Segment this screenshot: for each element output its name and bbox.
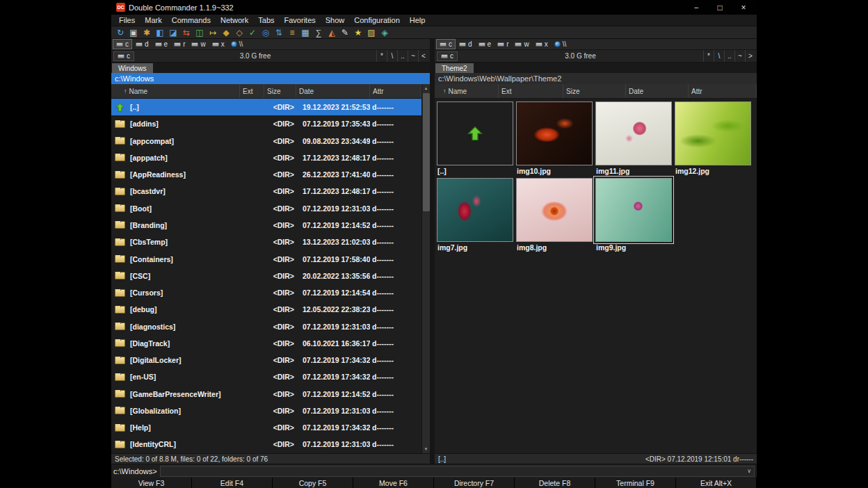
file-row[interactable]: [CSC]<DIR>20.02.2022 13:35:56d------- <box>111 268 421 284</box>
tab-theme2[interactable]: Theme2 <box>435 63 474 73</box>
left-drive-c[interactable]: c <box>113 39 132 49</box>
menu-item-tabs[interactable]: Tabs <box>253 16 279 24</box>
file-row[interactable]: [Branding]<DIR>07.12.2019 12:14:52d-----… <box>111 217 421 234</box>
thumbnail-img11-jpg[interactable]: img11.jpg <box>595 101 674 177</box>
right-root-button[interactable]: \ <box>714 50 724 62</box>
pack-icon[interactable]: ◆ <box>220 27 232 38</box>
multi-rename-icon[interactable]: ≡ <box>287 27 298 38</box>
file-row[interactable]: [CbsTemp]<DIR>13.12.2023 21:02:03d------… <box>111 234 421 250</box>
left-drive-w[interactable]: w <box>188 39 208 49</box>
vertical-panels-icon[interactable]: ◧ <box>154 27 166 38</box>
delete-f8-button[interactable]: Delete F8 <box>515 478 595 488</box>
thumbnail-img10-jpg[interactable]: img10.jpg <box>515 101 595 177</box>
file-row[interactable]: [en-US]<DIR>07.12.2019 17:34:32d------- <box>111 368 421 385</box>
right-parent-dir-button[interactable]: .. <box>724 50 734 62</box>
test-archive-icon[interactable]: ✓ <box>247 27 258 38</box>
right-path-bar[interactable]: c:\Windows\Web\Wallpaper\Theme2 <box>435 73 757 84</box>
find-files-icon[interactable]: ★ <box>353 27 364 38</box>
left-parent-dir-button[interactable]: .. <box>397 50 408 62</box>
options-icon[interactable]: ✱ <box>141 27 152 38</box>
menu-item-mark[interactable]: Mark <box>140 16 166 24</box>
compare-icon[interactable]: ◭ <box>326 27 337 38</box>
close-button[interactable]: × <box>732 0 755 15</box>
menu-item-favorites[interactable]: Favorites <box>280 16 321 24</box>
move-icon[interactable]: ↦ <box>207 27 218 38</box>
new-folder-icon[interactable]: ▨ <box>366 27 377 38</box>
thumbnail-img12-jpg[interactable]: img12.jpg <box>674 101 753 177</box>
edit-icon[interactable]: ✎ <box>339 27 351 38</box>
file-row[interactable]: [apppatch]<DIR>17.12.2023 12:48:17d-----… <box>111 149 421 166</box>
terminal-f9-button[interactable]: Terminal F9 <box>595 478 676 488</box>
right-drive-r[interactable]: r <box>495 39 511 49</box>
left-drive-x[interactable]: x <box>209 39 227 49</box>
file-row[interactable]: [..]<DIR>19.12.2023 21:52:53d------- <box>111 99 421 115</box>
left-drive-combo[interactable]: c <box>113 51 134 61</box>
right-drive-network[interactable]: \\ <box>552 39 570 49</box>
swap-panels-icon[interactable]: ⇆ <box>181 27 192 38</box>
menu-item-show[interactable]: Show <box>321 16 350 24</box>
left-column-header-date[interactable]: Date <box>296 84 370 98</box>
checksum-icon[interactable]: ∑ <box>313 27 324 38</box>
file-row[interactable]: [addins]<DIR>07.12.2019 17:35:43d------- <box>111 115 421 132</box>
terminal-icon[interactable]: ▣ <box>128 27 139 38</box>
menu-item-configuration[interactable]: Configuration <box>349 16 404 24</box>
left-drive-e[interactable]: e <box>152 39 171 49</box>
move-f6-button[interactable]: Move F6 <box>353 478 434 488</box>
left-column-header-ext[interactable]: Ext <box>240 84 264 98</box>
right-column-header-date[interactable]: Date <box>626 84 689 98</box>
right-column-header-attr[interactable]: Attr <box>689 84 757 98</box>
file-row[interactable]: [IdentityCRL]<DIR>07.12.2019 12:31:03d--… <box>111 436 421 453</box>
pane-splitter[interactable] <box>430 39 435 464</box>
file-row[interactable]: [GameBarPresenceWriter]<DIR>07.12.2019 1… <box>111 386 421 402</box>
maximize-button[interactable]: □ <box>708 0 732 15</box>
left-history-back-button[interactable]: < <box>418 50 428 62</box>
file-row[interactable]: [Containers]<DIR>07.12.2019 17:58:40d---… <box>111 250 421 267</box>
directory-f7-button[interactable]: Directory F7 <box>434 478 515 488</box>
sync-dirs-icon[interactable]: ⇅ <box>273 27 284 38</box>
file-row[interactable]: [bcastdvr]<DIR>17.12.2023 12:48:17d-----… <box>111 183 421 200</box>
left-star-button[interactable]: * <box>376 50 387 62</box>
search-icon[interactable]: ◎ <box>260 27 271 38</box>
left-root-button[interactable]: \ <box>387 50 397 62</box>
scroll-up-icon[interactable]: ▲ <box>422 84 430 92</box>
left-drive-r[interactable]: r <box>171 39 188 49</box>
left-home-button[interactable]: ~ <box>408 50 418 62</box>
edit-f4-button[interactable]: Edit F4 <box>192 478 273 488</box>
right-drive-c[interactable]: c <box>436 39 456 49</box>
right-drive-w[interactable]: w <box>512 39 531 49</box>
left-drive-network[interactable]: \\ <box>228 39 246 49</box>
right-drive-d[interactable]: d <box>456 39 475 49</box>
menu-item-commands[interactable]: Commands <box>167 16 216 24</box>
unpack-icon[interactable]: ◇ <box>234 27 245 38</box>
thumbnail-img7-jpg[interactable]: img7.jpg <box>436 177 515 254</box>
copy-icon[interactable]: ◫ <box>194 27 205 38</box>
file-row[interactable]: [DigitalLocker]<DIR>07.12.2019 17:34:32d… <box>111 352 421 368</box>
left-drive-d[interactable]: d <box>133 39 152 49</box>
right-column-header-size[interactable]: Size <box>563 84 626 98</box>
minimize-button[interactable]: − <box>684 0 708 15</box>
file-row[interactable]: [appcompat]<DIR>09.08.2023 23:34:49d----… <box>111 133 421 149</box>
file-row[interactable]: [diagnostics]<DIR>07.12.2019 12:31:03d--… <box>111 318 421 334</box>
tab-windows[interactable]: Windows <box>112 63 153 73</box>
file-row[interactable]: [Boot]<DIR>07.12.2019 12:31:03d------- <box>111 200 421 217</box>
menu-item-files[interactable]: Files <box>114 16 140 24</box>
exit-alt-x-button[interactable]: Exit Alt+X <box>676 478 757 488</box>
left-column-header-attr[interactable]: Attr <box>370 84 421 98</box>
file-row[interactable]: [Help]<DIR>07.12.2019 17:34:32d------- <box>111 419 421 436</box>
thumbnail-img9-jpg[interactable]: img9.jpg <box>595 177 674 254</box>
file-row[interactable]: [Globalization]<DIR>07.12.2019 12:31:03d… <box>111 402 421 419</box>
horizontal-panels-icon[interactable]: ◪ <box>168 27 179 38</box>
view-f3-button[interactable]: View F3 <box>111 478 192 488</box>
file-row[interactable]: [debug]<DIR>12.05.2022 22:38:23d------- <box>111 301 421 318</box>
file-row[interactable]: [DiagTrack]<DIR>06.10.2021 16:36:17d----… <box>111 335 421 352</box>
calculator-icon[interactable]: ▦ <box>300 27 311 38</box>
right-column-header-ext[interactable]: Ext <box>499 84 563 98</box>
properties-icon[interactable]: ◈ <box>379 27 390 38</box>
file-row[interactable]: [Cursors]<DIR>07.12.2019 12:14:54d------… <box>111 284 421 301</box>
file-row[interactable]: [AppReadiness]<DIR>26.12.2023 17:41:40d-… <box>111 166 421 183</box>
scrollbar-thumb[interactable] <box>423 93 430 211</box>
right-history-forward-button[interactable]: > <box>745 50 755 62</box>
right-column-header-name[interactable]: ↑Name <box>435 84 499 98</box>
right-home-button[interactable]: ~ <box>734 50 745 62</box>
right-drive-combo[interactable]: c <box>437 51 458 61</box>
